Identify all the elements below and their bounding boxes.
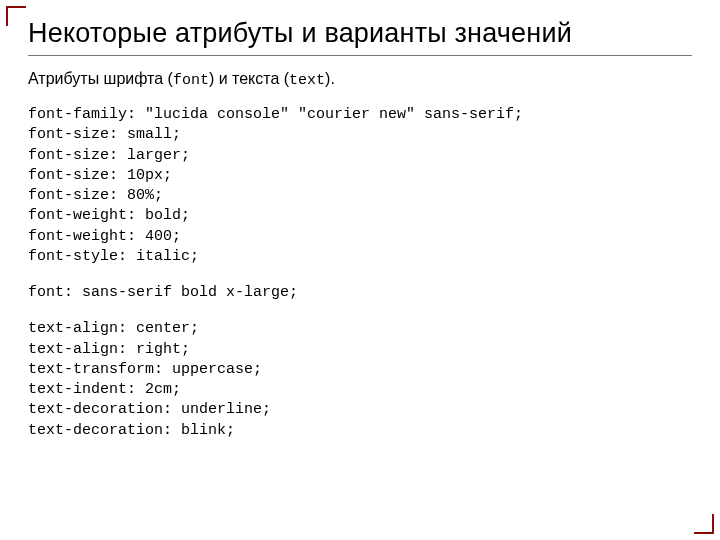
mono-text-word: text — [289, 72, 325, 89]
slide: Некоторые атрибуты и варианты значений А… — [0, 0, 720, 540]
code-block-font-props: font-family: "lucida console" "courier n… — [28, 105, 692, 267]
mono-font-word: font — [173, 72, 209, 89]
subtitle-text-1: Атрибуты шрифта ( — [28, 70, 173, 87]
title-block: Некоторые атрибуты и варианты значений — [28, 18, 692, 56]
slide-title: Некоторые атрибуты и варианты значений — [28, 18, 692, 49]
subtitle-text-2: ) и текста ( — [209, 70, 289, 87]
corner-decoration-br — [694, 514, 714, 534]
code-block-font-shorthand: font: sans-serif bold x-large; — [28, 283, 692, 303]
corner-decoration-tl — [6, 6, 26, 26]
subtitle: Атрибуты шрифта (font) и текста (text). — [28, 70, 692, 89]
code-block-text-props: text-align: center; text-align: right; t… — [28, 319, 692, 441]
subtitle-text-3: ). — [325, 70, 335, 87]
